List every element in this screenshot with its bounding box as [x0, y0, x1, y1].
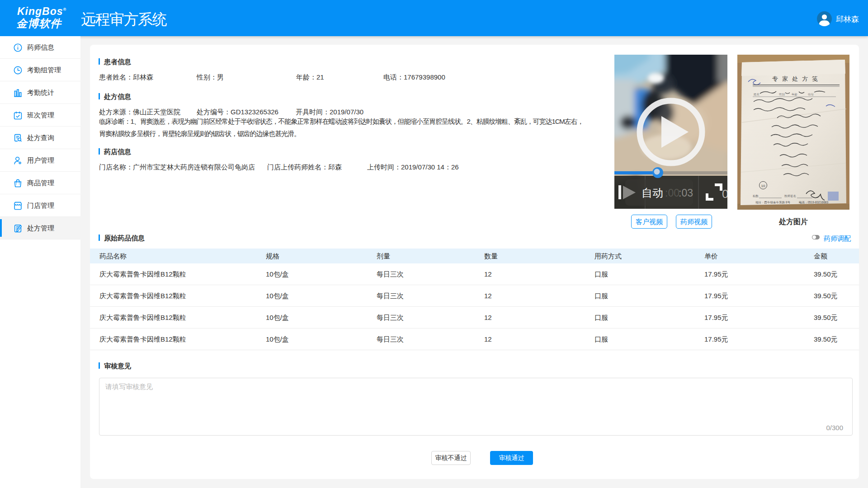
- svg-text:住址: 住址: [808, 93, 814, 96]
- svg-text:年龄: 年龄: [792, 93, 798, 96]
- svg-text:地址：西牛镇金牛东路 8号: 地址：西牛镇金牛东路 8号: [755, 201, 790, 204]
- svg-text:粘数: 粘数: [753, 194, 759, 198]
- svg-text:性别: 性别: [778, 93, 785, 96]
- svg-text:姓名: 姓名: [754, 93, 760, 96]
- svg-text::03: :03: [679, 187, 693, 199]
- svg-text:自动: 自动: [642, 187, 663, 199]
- svg-text:0: 0: [722, 187, 727, 201]
- svg-text:专家处方笺: 专家处方笺: [772, 75, 822, 82]
- svg-text::00: :00: [665, 187, 679, 199]
- svg-text:医师签名: 医师签名: [784, 194, 796, 198]
- svg-text:10: 10: [761, 184, 765, 188]
- svg-text:电话：0519-83216683: 电话：0519-83216683: [799, 201, 828, 204]
